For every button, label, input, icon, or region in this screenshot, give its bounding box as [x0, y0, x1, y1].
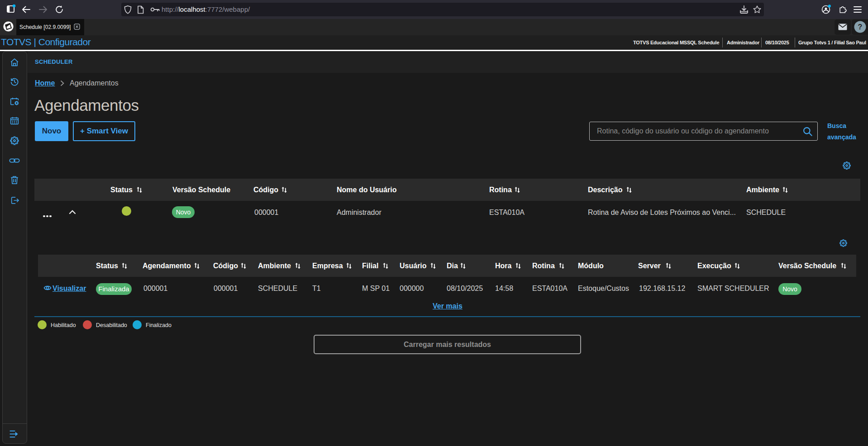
svg-text:?: ? [858, 23, 863, 31]
